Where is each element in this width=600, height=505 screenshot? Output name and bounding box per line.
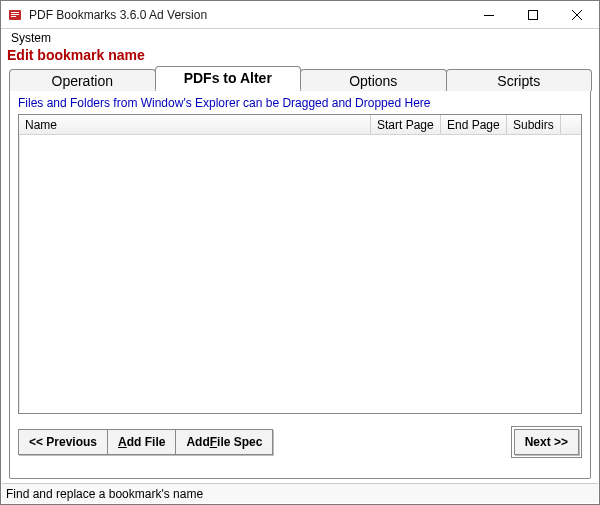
tab-pdfs-to-alter[interactable]: PDFs to Alter (155, 66, 302, 90)
status-text: Find and replace a bookmark's name (6, 487, 203, 501)
window-controls (467, 1, 599, 28)
button-row: << Previous Add File Add File Spec Next … (18, 426, 582, 458)
menubar: System (1, 29, 599, 47)
titlebar: PDF Bookmarks 3.6.0 Ad Version (1, 1, 599, 29)
svg-rect-1 (11, 12, 19, 13)
next-button-frame: Next >> (511, 426, 582, 458)
tab-scripts[interactable]: Scripts (446, 69, 593, 91)
col-tail (561, 115, 581, 134)
tab-area: Operation PDFs to Alter Options Scripts … (9, 65, 591, 479)
edit-bookmark-label: Edit bookmark name (1, 47, 599, 65)
svg-rect-5 (529, 10, 538, 19)
tab-row: Operation PDFs to Alter Options Scripts (9, 65, 591, 89)
svg-rect-2 (11, 14, 19, 15)
drag-hint: Files and Folders from Window's Explorer… (18, 96, 582, 110)
menu-system[interactable]: System (5, 30, 57, 46)
col-start-page[interactable]: Start Page (371, 115, 441, 134)
svg-rect-3 (11, 16, 16, 17)
window-title: PDF Bookmarks 3.6.0 Ad Version (29, 8, 467, 22)
listview-header: Name Start Page End Page Subdirs (19, 115, 581, 135)
listview-body[interactable] (19, 135, 581, 413)
svg-rect-4 (484, 15, 494, 16)
col-subdirs[interactable]: Subdirs (507, 115, 561, 134)
statusbar: Find and replace a bookmark's name (2, 483, 598, 503)
tab-panel: Files and Folders from Window's Explorer… (9, 89, 591, 479)
close-button[interactable] (555, 1, 599, 28)
col-name[interactable]: Name (19, 115, 371, 134)
maximize-button[interactable] (511, 1, 555, 28)
tab-options[interactable]: Options (300, 69, 447, 91)
app-icon (7, 7, 23, 23)
col-end-page[interactable]: End Page (441, 115, 507, 134)
minimize-button[interactable] (467, 1, 511, 28)
next-button[interactable]: Next >> (514, 429, 579, 455)
tab-operation[interactable]: Operation (9, 69, 156, 91)
previous-button[interactable]: << Previous (18, 429, 108, 455)
file-listview[interactable]: Name Start Page End Page Subdirs (18, 114, 582, 414)
add-file-button[interactable]: Add File (107, 429, 176, 455)
add-file-spec-button[interactable]: Add File Spec (175, 429, 273, 455)
